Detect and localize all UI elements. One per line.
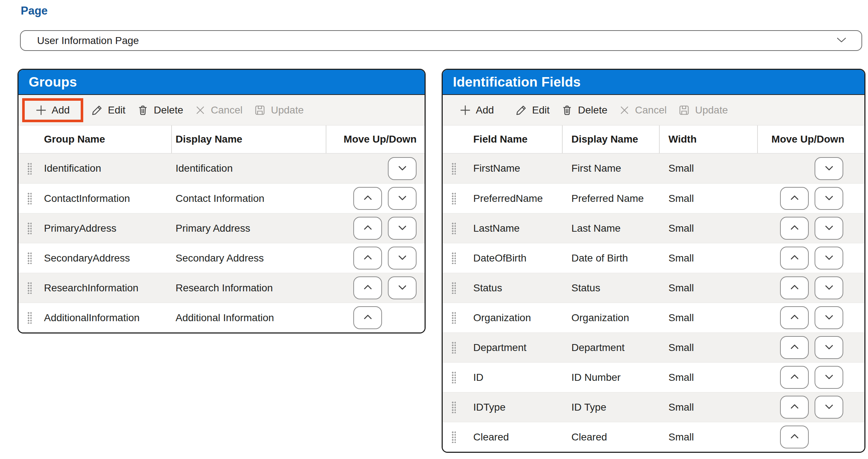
move-down-button[interactable] bbox=[815, 217, 843, 240]
drag-handle[interactable] bbox=[19, 273, 40, 303]
move-buttons bbox=[758, 333, 864, 362]
cancel-button[interactable]: Cancel bbox=[189, 104, 248, 116]
move-up-button[interactable] bbox=[780, 187, 809, 210]
move-up-button[interactable] bbox=[353, 187, 382, 210]
drag-handle[interactable] bbox=[443, 422, 465, 452]
move-up-button[interactable] bbox=[353, 276, 382, 299]
delete-button[interactable]: Delete bbox=[555, 104, 613, 116]
move-up-button[interactable] bbox=[780, 396, 809, 419]
page: Page User Information Page Groups Add Ed… bbox=[0, 0, 868, 459]
drag-handle[interactable] bbox=[19, 303, 40, 332]
move-up-button[interactable] bbox=[780, 306, 809, 329]
chevron-up-icon bbox=[362, 253, 374, 263]
move-down-button[interactable] bbox=[815, 276, 843, 299]
edit-button[interactable]: Edit bbox=[85, 104, 131, 116]
move-down-button[interactable] bbox=[815, 247, 843, 270]
page-select[interactable]: User Information Page bbox=[20, 30, 862, 51]
move-down-button[interactable] bbox=[815, 187, 843, 210]
drag-handle[interactable] bbox=[443, 392, 465, 422]
drag-handle[interactable] bbox=[19, 243, 40, 273]
cancel-button[interactable]: Cancel bbox=[613, 104, 672, 116]
row-name-cell: IDType bbox=[465, 392, 563, 422]
chevron-down-icon bbox=[823, 312, 835, 323]
chevron-up-icon bbox=[788, 342, 801, 353]
move-down-button[interactable] bbox=[815, 157, 843, 180]
move-buttons bbox=[758, 153, 864, 183]
row-name-cell: Organization bbox=[465, 303, 563, 332]
drag-handle[interactable] bbox=[443, 333, 465, 362]
move-up-button[interactable] bbox=[780, 247, 809, 270]
pencil-icon bbox=[91, 104, 103, 116]
chevron-up-icon bbox=[362, 283, 374, 293]
move-up-button[interactable] bbox=[780, 336, 809, 359]
move-buttons bbox=[758, 243, 864, 273]
row-width-cell: Small bbox=[660, 363, 758, 392]
delete-button[interactable]: Delete bbox=[131, 104, 189, 116]
edit-button-label: Edit bbox=[108, 104, 125, 116]
chevron-up-icon bbox=[788, 372, 801, 383]
table-row: IDTypeID TypeSmall bbox=[443, 392, 864, 422]
row-display-cell: ID Number bbox=[563, 363, 660, 392]
drag-dots-icon bbox=[27, 222, 32, 234]
add-button-label: Add bbox=[476, 104, 494, 116]
chevron-up-icon bbox=[788, 402, 801, 412]
drag-handle[interactable] bbox=[443, 184, 465, 213]
move-up-button[interactable] bbox=[780, 276, 809, 299]
drag-handle[interactable] bbox=[19, 213, 40, 243]
save-icon bbox=[254, 104, 266, 116]
drag-handle[interactable] bbox=[19, 184, 40, 213]
move-up-button[interactable] bbox=[353, 217, 382, 240]
chevron-down-icon bbox=[823, 402, 835, 412]
drag-handle[interactable] bbox=[443, 273, 465, 303]
move-down-button[interactable] bbox=[388, 217, 417, 240]
page-select-value: User Information Page bbox=[37, 35, 836, 47]
move-down-button[interactable] bbox=[388, 187, 417, 210]
fields-table-header: Field Name Display Name Width Move Up/Do… bbox=[443, 125, 864, 153]
add-button[interactable]: Add bbox=[30, 104, 76, 116]
update-button[interactable]: Update bbox=[672, 104, 734, 116]
row-width-cell: Small bbox=[660, 422, 758, 452]
move-up-button[interactable] bbox=[780, 366, 809, 389]
drag-dots-icon bbox=[27, 282, 32, 294]
column-header-move-up-down: Move Up/Down bbox=[758, 125, 864, 153]
drag-dots-icon bbox=[27, 312, 32, 324]
add-button[interactable]: Add bbox=[454, 104, 500, 116]
drag-handle[interactable] bbox=[443, 213, 465, 243]
drag-handle[interactable] bbox=[443, 243, 465, 273]
move-up-button[interactable] bbox=[780, 426, 809, 448]
fields-toolbar: Add Edit Delete Cancel Update bbox=[443, 95, 864, 125]
edit-button[interactable]: Edit bbox=[510, 104, 555, 116]
move-down-button[interactable] bbox=[815, 336, 843, 359]
move-up-button[interactable] bbox=[353, 306, 382, 329]
update-button-label: Update bbox=[271, 104, 304, 116]
update-button[interactable]: Update bbox=[248, 104, 309, 116]
move-up-button[interactable] bbox=[353, 247, 382, 270]
drag-handle[interactable] bbox=[443, 363, 465, 392]
drag-handle[interactable] bbox=[443, 153, 465, 183]
move-down-button[interactable] bbox=[388, 157, 417, 180]
drag-dots-icon bbox=[451, 342, 456, 354]
chevron-down-icon bbox=[823, 253, 835, 263]
move-buttons bbox=[758, 184, 864, 213]
drag-handle[interactable] bbox=[19, 153, 40, 183]
move-down-button[interactable] bbox=[815, 396, 843, 419]
drag-dots-icon bbox=[451, 163, 456, 175]
row-name-cell: LastName bbox=[465, 213, 563, 243]
row-name-cell: PrimaryAddress bbox=[40, 213, 172, 243]
row-name-cell: ID bbox=[465, 363, 563, 392]
drag-dots-icon bbox=[451, 222, 456, 234]
drag-dots-icon bbox=[27, 192, 32, 204]
move-down-button[interactable] bbox=[388, 276, 417, 299]
drag-handle[interactable] bbox=[443, 303, 465, 332]
move-up-button[interactable] bbox=[780, 217, 809, 240]
move-buttons bbox=[758, 213, 864, 243]
row-display-cell: Status bbox=[563, 273, 660, 303]
chevron-down-icon bbox=[396, 223, 409, 234]
move-buttons bbox=[758, 303, 864, 332]
table-row: StatusStatusSmall bbox=[443, 273, 864, 303]
column-header-move-up-down: Move Up/Down bbox=[326, 125, 425, 153]
move-down-button[interactable] bbox=[815, 306, 843, 329]
move-down-button[interactable] bbox=[815, 366, 843, 389]
move-down-button[interactable] bbox=[388, 247, 417, 270]
chevron-down-icon bbox=[396, 163, 409, 174]
